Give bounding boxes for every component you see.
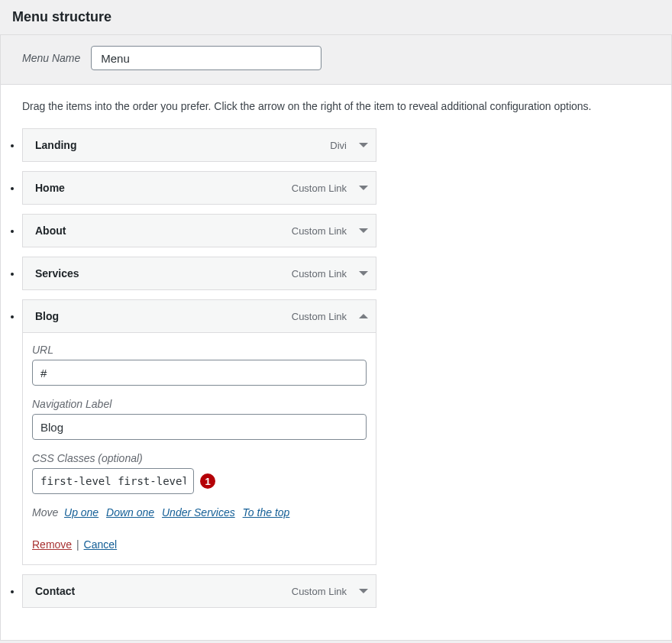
chevron-up-icon[interactable] <box>359 314 368 318</box>
chevron-down-icon[interactable] <box>359 186 368 190</box>
menu-item-type: Custom Link <box>292 586 347 597</box>
separator: | <box>76 538 79 551</box>
url-input[interactable] <box>32 360 367 386</box>
css-classes-label: CSS Classes (optional) <box>32 452 367 464</box>
menu-item-landing[interactable]: Landing Divi <box>22 128 376 162</box>
menu-name-row: Menu Name <box>0 34 672 85</box>
url-label: URL <box>32 344 367 356</box>
chevron-down-icon[interactable] <box>359 271 368 276</box>
move-controls: Move Up one Down one Under Services To t… <box>32 506 367 519</box>
remove-link[interactable]: Remove <box>32 538 72 551</box>
menu-name-input[interactable] <box>91 46 321 70</box>
menu-item-about[interactable]: About Custom Link <box>22 214 376 247</box>
menu-editor-panel: Drag the items into the order you prefer… <box>0 85 672 641</box>
instructions-text: Drag the items into the order you prefer… <box>22 99 650 115</box>
menu-item-blog[interactable]: Blog Custom Link URL Navigation Label CS… <box>22 299 376 565</box>
menu-item-home[interactable]: Home Custom Link <box>22 171 376 205</box>
menu-item-header[interactable]: Contact Custom Link <box>22 574 376 608</box>
move-up-one-link[interactable]: Up one <box>64 506 99 519</box>
move-to-top-link[interactable]: To the top <box>243 506 290 519</box>
menu-item-type: Custom Link <box>292 268 347 279</box>
move-under-services-link[interactable]: Under Services <box>162 506 235 519</box>
cancel-link[interactable]: Cancel <box>84 538 118 551</box>
chevron-down-icon[interactable] <box>359 228 368 233</box>
menu-item-title: Services <box>35 267 292 279</box>
menu-item-title: Contact <box>35 585 292 597</box>
menu-item-type: Custom Link <box>292 183 347 194</box>
menu-item-title: About <box>35 225 292 237</box>
menu-item-settings: URL Navigation Label CSS Classes (option… <box>22 333 376 565</box>
move-down-one-link[interactable]: Down one <box>106 506 154 519</box>
move-label: Move <box>32 506 58 519</box>
menu-item-header[interactable]: Landing Divi <box>22 128 376 162</box>
menu-item-type: Custom Link <box>292 225 347 237</box>
menu-name-label: Menu Name <box>22 52 80 64</box>
chevron-down-icon[interactable] <box>359 589 368 593</box>
item-actions: Remove | Cancel <box>32 538 367 551</box>
menu-item-header[interactable]: Services Custom Link <box>22 257 376 290</box>
annotation-badge: 1 <box>200 473 215 489</box>
menu-item-type: Divi <box>330 140 347 151</box>
page-title: Menu structure <box>0 0 672 34</box>
menu-item-header[interactable]: Blog Custom Link <box>22 299 376 333</box>
menu-item-header[interactable]: About Custom Link <box>22 214 376 247</box>
css-classes-input[interactable] <box>32 468 194 494</box>
menu-item-services[interactable]: Services Custom Link <box>22 257 376 290</box>
menu-item-title: Blog <box>35 310 292 322</box>
menu-item-contact[interactable]: Contact Custom Link <box>22 574 376 608</box>
navigation-label-label: Navigation Label <box>32 398 367 410</box>
navigation-label-input[interactable] <box>32 414 367 440</box>
menu-item-title: Landing <box>35 139 330 151</box>
menu-items-list: Landing Divi Home Custom Link About Cust… <box>22 128 659 608</box>
menu-item-title: Home <box>35 182 292 194</box>
chevron-down-icon[interactable] <box>359 143 368 147</box>
menu-item-header[interactable]: Home Custom Link <box>22 171 376 205</box>
menu-item-type: Custom Link <box>292 311 347 322</box>
